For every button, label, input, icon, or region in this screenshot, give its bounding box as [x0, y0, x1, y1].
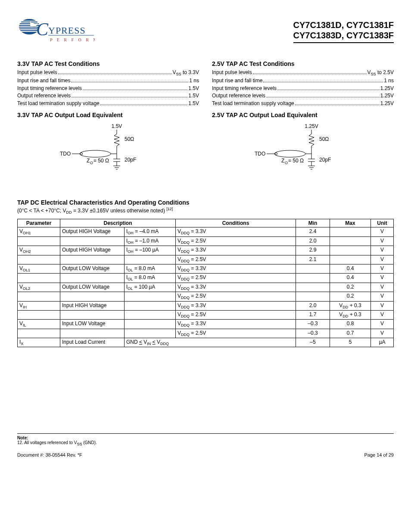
svg-text:20pF: 20pF — [125, 157, 136, 163]
table-header-row: Parameter Description Conditions Min Max… — [18, 219, 394, 227]
svg-text:= 50 Ω: = 50 Ω — [93, 158, 109, 164]
svg-point-17 — [81, 153, 83, 155]
svg-point-37 — [275, 153, 277, 155]
footnote: Note: 12. All voltages referenced to VSS… — [17, 433, 394, 446]
condition-row: Input timing reference levels1.5V — [17, 85, 199, 92]
doc-number: Document #: 38-05544 Rev. *F — [17, 452, 82, 457]
condition-row: Input pulse levelsVSS to 2.5V — [212, 69, 394, 77]
circuit-diagram-icon: 1.5V 50Ω TDO ZO= 50 Ω 20pF — [52, 123, 164, 179]
dc-table: Parameter Description Conditions Min Max… — [17, 219, 394, 347]
table-row: VDDQ = 2.5V 0.2 V — [18, 292, 394, 301]
table-row: IOL = 8.0 mA VDDQ = 2.5V 0.4 V — [18, 274, 394, 283]
left-conditions-list: Input pulse levelsVSS to 3.3VInput rise … — [17, 69, 199, 107]
table-row: VDDQ = 2.5V –0.3 0.7 V — [18, 329, 394, 338]
condition-row: Input pulse levelsVSS to 3.3V — [17, 69, 199, 77]
left-column: 3.3V TAP AC Test Conditions Input pulse … — [17, 56, 199, 189]
cypress-logo-icon: C YPRESS P E R F O R M — [17, 17, 95, 48]
svg-text:TDO: TDO — [255, 151, 265, 157]
condition-row: Test load termination supply voltage1.25… — [212, 100, 394, 107]
footnote-text: 12. All voltages referenced to VSS (GND)… — [17, 440, 394, 446]
circuit-diagram-icon: 1.25V 50Ω TDO ZO= 50 Ω 20pF — [247, 123, 359, 179]
svg-point-36 — [274, 150, 305, 157]
right-conditions-list: Input pulse levelsVSS to 2.5VInput rise … — [212, 69, 394, 107]
footnote-label: Note: — [17, 436, 394, 440]
table-row: VOL1 Output LOW Voltage IOL = 8.0 mA VDD… — [18, 264, 394, 273]
table-row: VIL Input LOW Voltage VDDQ = 3.3V –0.3 0… — [18, 320, 394, 329]
table-row: IOH = –1.0 mA VDDQ = 2.5V 2.0 V — [18, 236, 394, 246]
table-row: VDDQ = 2.5V 1.7 VDD + 0.3 V — [18, 310, 394, 319]
parts-line-1: CY7C1381D, CY7C1381F — [293, 20, 394, 30]
svg-text:TDO: TDO — [60, 151, 71, 157]
left-conditions-title: 3.3V TAP AC Test Conditions — [17, 60, 199, 67]
svg-text:O: O — [90, 161, 93, 165]
right-conditions-title: 2.5V TAP AC Test Conditions — [212, 60, 394, 67]
svg-text:1.25V: 1.25V — [305, 123, 318, 129]
left-circuit: 1.5V 50Ω TDO ZO= 50 Ω 20pF — [17, 123, 199, 180]
svg-text:O: O — [285, 161, 288, 165]
page-header: C YPRESS P E R F O R M CY7C1381D, CY7C13… — [17, 17, 394, 47]
condition-row: Output reference levels1.25V — [212, 92, 394, 100]
logo-word: YPRESS — [48, 25, 86, 36]
svg-text:20pF: 20pF — [319, 157, 331, 163]
page-footer: Document #: 38-05544 Rev. *F Page 14 of … — [17, 452, 394, 457]
table-row: VOH2 Output HIGH Voltage IOH = –100 µA V… — [18, 246, 394, 255]
table-row: VIH Input HIGH Voltage VDDQ = 3.3V 2.0 V… — [18, 301, 394, 310]
svg-text:C: C — [36, 19, 49, 39]
svg-text:50Ω: 50Ω — [319, 136, 329, 142]
condition-row: Input rise and fall time1 ns — [212, 77, 394, 84]
conditions-columns: 3.3V TAP AC Test Conditions Input pulse … — [17, 56, 394, 189]
table-row: IX Input Load Current GND < VIN < VDDQ –… — [18, 338, 394, 347]
page-number: Page 14 of 29 — [364, 452, 394, 457]
svg-text:1.5V: 1.5V — [112, 123, 122, 129]
right-column: 2.5V TAP AC Test Conditions Input pulse … — [212, 56, 394, 189]
left-load-title: 3.3V TAP AC Output Load Equivalent — [17, 112, 199, 118]
condition-row: Input rise and fall times1 ns — [17, 77, 199, 84]
right-load-title: 2.5V TAP AC Output Load Equivalent — [212, 112, 394, 118]
svg-text:Z: Z — [87, 158, 90, 164]
svg-point-16 — [80, 150, 111, 157]
condition-row: Output reference levels1.5V — [17, 92, 199, 100]
dc-subtitle: (0°C < TA < +70°C; VDD = 3.3V ±0.165V un… — [17, 207, 394, 215]
svg-text:= 50 Ω: = 50 Ω — [288, 158, 304, 164]
condition-row: Test load termination supply voltage1.5V — [17, 100, 199, 107]
part-numbers: CY7C1381D, CY7C1381F CY7C1383D, CY7C1383… — [293, 17, 394, 43]
parts-line-2: CY7C1383D, CY7C1383F — [293, 30, 394, 40]
right-circuit: 1.25V 50Ω TDO ZO= 50 Ω 20pF — [212, 123, 394, 180]
table-row: VOL2 Output LOW Voltage IOL = 100 µA VDD… — [18, 283, 394, 292]
condition-row: Input timing reference levels1.25V — [212, 85, 394, 92]
svg-text:Z: Z — [281, 158, 284, 164]
svg-text:50Ω: 50Ω — [125, 136, 134, 142]
table-row: VOH1 Output HIGH Voltage IOH = –4.0 mA V… — [18, 227, 394, 236]
logo: C YPRESS P E R F O R M — [17, 17, 95, 47]
table-row: VDDQ = 2.5V 2.1 V — [18, 255, 394, 264]
logo-tagline: P E R F O R M — [50, 37, 95, 42]
dc-title: TAP DC Electrical Characteristics And Op… — [17, 199, 394, 206]
